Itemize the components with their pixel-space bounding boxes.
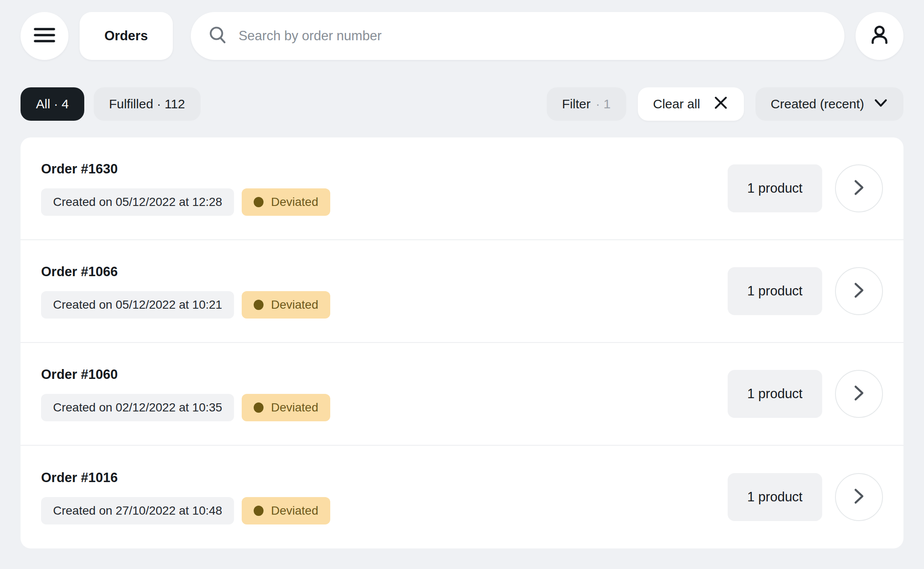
page-title-label: Orders: [104, 28, 148, 44]
created-date-pill: Created on 05/12/2022 at 12:28: [41, 188, 234, 216]
profile-button[interactable]: [856, 12, 903, 60]
order-actions: 1 product: [728, 370, 883, 418]
status-dot-icon: [254, 506, 264, 516]
sort-dropdown-label: Created (recent): [771, 97, 864, 111]
hamburger-icon: [33, 26, 56, 46]
order-info: Order #1060 Created on 02/12/2022 at 10:…: [41, 367, 330, 421]
order-actions: 1 product: [728, 473, 883, 521]
filter-button-label: Filter: [562, 97, 591, 111]
order-actions: 1 product: [728, 164, 883, 212]
search-bar[interactable]: [191, 12, 844, 60]
close-icon: [700, 95, 729, 113]
product-count-chip: 1 product: [728, 370, 822, 418]
order-meta: Created on 05/12/2022 at 10:21 Deviated: [41, 291, 330, 319]
page-title[interactable]: Orders: [80, 12, 173, 60]
order-meta: Created on 02/12/2022 at 10:35 Deviated: [41, 394, 330, 421]
chevron-down-icon: [864, 97, 888, 111]
chevron-right-icon: [853, 487, 865, 507]
tab-fulfilled[interactable]: Fulfilled · 112: [94, 87, 201, 121]
clear-all-label: Clear all: [653, 97, 700, 111]
product-count-chip: 1 product: [728, 267, 822, 315]
person-icon: [868, 24, 891, 48]
order-title: Order #1060: [41, 367, 330, 382]
order-row[interactable]: Order #1016 Created on 27/10/2022 at 10:…: [21, 446, 903, 548]
chevron-right-icon: [853, 281, 865, 301]
status-label: Deviated: [271, 298, 318, 312]
order-meta: Created on 27/10/2022 at 10:48 Deviated: [41, 497, 330, 524]
filter-count: · 1: [596, 97, 611, 111]
order-row[interactable]: Order #1066 Created on 05/12/2022 at 10:…: [21, 240, 903, 343]
search-icon: [208, 25, 228, 47]
status-badge: Deviated: [242, 497, 330, 524]
order-info: Order #1016 Created on 27/10/2022 at 10:…: [41, 470, 330, 524]
open-order-button[interactable]: [835, 164, 883, 212]
order-title: Order #1630: [41, 161, 330, 177]
created-date-pill: Created on 27/10/2022 at 10:48: [41, 497, 234, 524]
tab-all[interactable]: All · 4: [21, 87, 84, 121]
product-count-chip: 1 product: [728, 164, 822, 212]
status-dot-icon: [254, 300, 264, 310]
order-actions: 1 product: [728, 267, 883, 315]
status-badge: Deviated: [242, 394, 330, 421]
order-info: Order #1066 Created on 05/12/2022 at 10:…: [41, 264, 330, 319]
order-meta: Created on 05/12/2022 at 12:28 Deviated: [41, 188, 330, 216]
product-count-chip: 1 product: [728, 473, 822, 521]
open-order-button[interactable]: [835, 473, 883, 521]
status-label: Deviated: [271, 401, 318, 414]
tab-fulfilled-label: Fulfilled · 112: [109, 97, 185, 111]
order-info: Order #1630 Created on 05/12/2022 at 12:…: [41, 161, 330, 216]
search-input[interactable]: [239, 23, 827, 49]
filter-button[interactable]: Filter · 1: [547, 87, 626, 121]
order-title: Order #1016: [41, 470, 330, 486]
order-list: Order #1630 Created on 05/12/2022 at 12:…: [21, 137, 903, 548]
chevron-right-icon: [853, 179, 865, 198]
created-date-pill: Created on 05/12/2022 at 10:21: [41, 291, 234, 319]
tab-all-label: All · 4: [36, 97, 69, 111]
status-badge: Deviated: [242, 188, 330, 216]
status-dot-icon: [254, 197, 264, 207]
order-row[interactable]: Order #1630 Created on 05/12/2022 at 12:…: [21, 137, 903, 240]
created-date-pill: Created on 02/12/2022 at 10:35: [41, 394, 234, 421]
status-label: Deviated: [271, 504, 318, 518]
order-title: Order #1066: [41, 264, 330, 280]
clear-all-button[interactable]: Clear all: [638, 87, 744, 121]
menu-button[interactable]: [21, 12, 68, 60]
open-order-button[interactable]: [835, 370, 883, 418]
chevron-right-icon: [853, 384, 865, 404]
filter-bar: All · 4 Fulfilled · 112 Filter · 1 Clear…: [21, 87, 903, 121]
filter-actions: Filter · 1 Clear all Created (recent): [535, 87, 903, 121]
sort-dropdown[interactable]: Created (recent): [755, 87, 903, 121]
status-label: Deviated: [271, 195, 318, 209]
status-dot-icon: [254, 402, 264, 413]
top-bar: Orders: [21, 12, 903, 60]
order-row[interactable]: Order #1060 Created on 02/12/2022 at 10:…: [21, 343, 903, 446]
open-order-button[interactable]: [835, 267, 883, 315]
status-badge: Deviated: [242, 291, 330, 319]
